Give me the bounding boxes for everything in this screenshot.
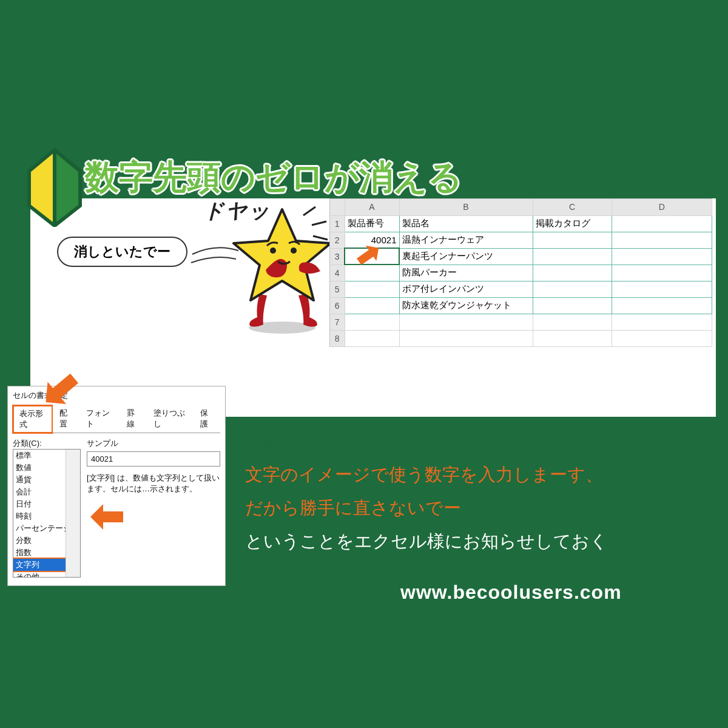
row-header[interactable]: 1 xyxy=(330,215,345,232)
page: 数字先頭のゼロが消える ドヤッ 消しといたでー A B C D xyxy=(0,0,728,728)
format-cells-dialog: セルの書式設定 表示形式 配置 フォント 罫線 塗りつぶし 保護 分類(C): … xyxy=(7,386,226,586)
cell[interactable] xyxy=(612,232,712,248)
cell[interactable] xyxy=(345,297,399,314)
cell[interactable] xyxy=(399,314,533,330)
cell[interactable] xyxy=(345,314,399,330)
arrow-icon xyxy=(89,514,125,535)
page-title: 数字先頭のゼロが消える xyxy=(85,155,462,201)
row-header[interactable]: 5 xyxy=(330,281,345,297)
cell[interactable] xyxy=(533,281,612,297)
cell[interactable] xyxy=(612,281,712,297)
row-header[interactable]: 3 xyxy=(330,248,345,265)
cell[interactable] xyxy=(533,330,612,346)
format-description: [文字列] は、数値も文字列として扱います。セルには…示されます。 xyxy=(87,473,220,494)
col-header-c[interactable]: C xyxy=(533,199,612,215)
corner-cell[interactable] xyxy=(330,199,345,215)
excel-sheet: A B C D 1 製品番号 製品名 掲載カタログ 2 40021 温熱インナー… xyxy=(329,198,712,347)
cell[interactable] xyxy=(533,248,612,265)
cell[interactable]: 掲載カタログ xyxy=(533,215,612,232)
cell[interactable]: 防水速乾ダウンジャケット xyxy=(399,297,533,314)
cell[interactable] xyxy=(612,265,712,281)
row-header[interactable]: 7 xyxy=(330,314,345,330)
cell[interactable]: 製品名 xyxy=(399,215,533,232)
beginner-mark-icon xyxy=(24,148,85,227)
cell[interactable]: 製品番号 xyxy=(345,215,399,232)
cell[interactable] xyxy=(533,265,612,281)
speech-bubble: 消しといたでー xyxy=(57,237,187,267)
tab-protection[interactable]: 保護 xyxy=(194,405,220,433)
cell[interactable]: ボア付レインパンツ xyxy=(399,281,533,297)
category-label: 分類(C): xyxy=(13,438,81,449)
svg-point-2 xyxy=(291,248,297,254)
caption-line: 予め、 xyxy=(245,431,298,451)
site-url: www.becoolusers.com xyxy=(400,581,622,604)
cell[interactable] xyxy=(533,232,612,248)
cell[interactable]: 防風パーカー xyxy=(399,265,533,281)
col-header-a[interactable]: A xyxy=(345,199,399,215)
sample-value: 40021 xyxy=(87,451,220,467)
cell[interactable] xyxy=(612,297,712,314)
cell[interactable] xyxy=(533,297,612,314)
scrollbar[interactable] xyxy=(66,450,80,577)
svg-point-1 xyxy=(270,248,276,254)
row-header[interactable]: 8 xyxy=(330,330,345,346)
cell[interactable] xyxy=(399,330,533,346)
dialog-tabs: 表示形式 配置 フォント 罫線 塗りつぶし 保護 xyxy=(13,405,220,433)
cell[interactable]: 温熱インナーウェア xyxy=(399,232,533,248)
col-header-b[interactable]: B xyxy=(399,199,533,215)
caption-line: ということをエクセル様にお知らせしておく xyxy=(245,531,608,551)
speech-bubble-text: 消しといたでー xyxy=(74,244,170,259)
row-header[interactable]: 4 xyxy=(330,265,345,281)
tab-font[interactable]: フォント xyxy=(79,405,120,433)
category-list[interactable]: 標準 数値 通貨 会計 日付 時刻 パーセンテージ 分数 指数 文字列 その他 … xyxy=(13,449,81,578)
cell[interactable] xyxy=(612,330,712,346)
tab-fill[interactable]: 塗りつぶし xyxy=(147,405,194,433)
cell[interactable] xyxy=(345,281,399,297)
cell[interactable] xyxy=(612,215,712,232)
sample-label: サンプル xyxy=(87,438,220,449)
row-header[interactable]: 6 xyxy=(330,297,345,314)
tab-border[interactable]: 罫線 xyxy=(120,405,147,433)
star-character-icon xyxy=(231,203,334,337)
col-header-d[interactable]: D xyxy=(612,199,712,215)
cell[interactable] xyxy=(612,248,712,265)
cell[interactable]: 裏起毛インナーパンツ xyxy=(399,248,533,265)
cell[interactable] xyxy=(533,314,612,330)
cell[interactable] xyxy=(345,330,399,346)
tab-number-format[interactable]: 表示形式 xyxy=(13,405,53,433)
caption-line: 文字のイメージで使う数字を入力しまーす、 xyxy=(245,465,603,484)
caption-line: だから勝手に直さないでー xyxy=(245,498,461,517)
cell[interactable] xyxy=(612,314,712,330)
caption-block: 予め、 文字のイメージで使う数字を入力しまーす、 だから勝手に直さないでー とい… xyxy=(245,425,608,558)
row-header[interactable]: 2 xyxy=(330,232,345,248)
